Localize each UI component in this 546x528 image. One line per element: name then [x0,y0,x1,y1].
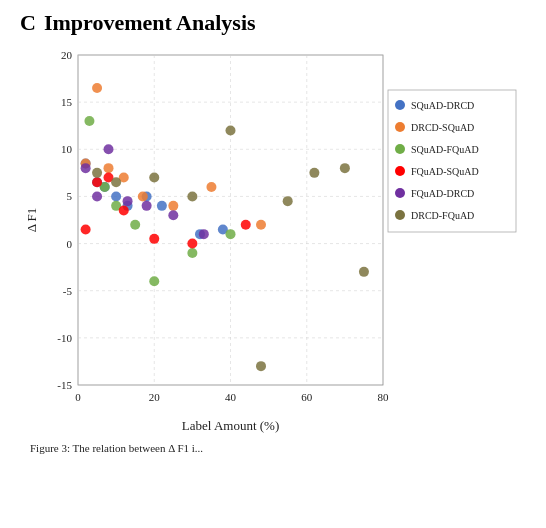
svg-point-66 [168,210,178,220]
svg-point-59 [187,239,197,249]
svg-point-69 [111,177,121,187]
svg-point-72 [226,125,236,135]
svg-point-44 [168,201,178,211]
svg-text:40: 40 [225,391,237,403]
svg-point-36 [157,201,167,211]
svg-text:-10: -10 [57,332,72,344]
svg-text:DRCD-SQuAD: DRCD-SQuAD [411,122,474,133]
svg-point-50 [130,220,140,230]
svg-point-67 [199,229,209,239]
svg-point-52 [187,248,197,258]
svg-text:0: 0 [75,391,81,403]
svg-point-58 [149,234,159,244]
svg-point-60 [241,220,251,230]
figure-caption: Figure 3: The relation between Δ F1 i... [20,442,526,454]
page: C Improvement Analysis -15-10-5051015200… [0,0,546,528]
svg-point-79 [395,100,405,110]
chart-svg: -15-10-505101520020406080Label Amount (%… [23,40,523,440]
svg-point-55 [92,177,102,187]
svg-text:DRCD-FQuAD: DRCD-FQuAD [411,210,474,221]
svg-text:Δ F1: Δ F1 [24,208,39,233]
svg-point-68 [92,168,102,178]
svg-text:60: 60 [301,391,313,403]
svg-point-65 [142,201,152,211]
svg-text:-5: -5 [63,285,73,297]
svg-point-46 [256,220,266,230]
svg-point-83 [395,144,405,154]
svg-point-81 [395,122,405,132]
svg-point-33 [111,191,121,201]
svg-text:20: 20 [61,49,73,61]
svg-point-71 [187,191,197,201]
svg-text:SQuAD-DRCD: SQuAD-DRCD [411,100,474,111]
svg-text:20: 20 [149,391,161,403]
svg-point-51 [149,276,159,286]
svg-point-62 [92,191,102,201]
svg-point-85 [395,166,405,176]
svg-point-64 [123,196,133,206]
svg-point-40 [92,83,102,93]
svg-point-70 [149,173,159,183]
svg-text:10: 10 [61,143,73,155]
svg-point-54 [81,224,91,234]
chart-container: -15-10-505101520020406080Label Amount (%… [23,40,523,440]
svg-point-89 [395,210,405,220]
svg-point-53 [226,229,236,239]
svg-point-77 [359,267,369,277]
svg-point-47 [84,116,94,126]
svg-point-63 [104,144,114,154]
title-row: C Improvement Analysis [20,10,526,36]
svg-point-61 [81,163,91,173]
svg-text:FQuAD-SQuAD: FQuAD-SQuAD [411,166,479,177]
svg-text:-15: -15 [57,379,72,391]
svg-point-76 [340,163,350,173]
section-title: Improvement Analysis [44,10,256,36]
svg-point-41 [104,163,114,173]
svg-point-73 [256,361,266,371]
svg-point-45 [206,182,216,192]
svg-text:5: 5 [67,190,73,202]
svg-point-74 [283,196,293,206]
svg-text:80: 80 [378,391,390,403]
svg-text:15: 15 [61,96,73,108]
svg-point-87 [395,188,405,198]
svg-text:0: 0 [67,238,73,250]
svg-point-43 [138,191,148,201]
svg-point-75 [309,168,319,178]
section-letter: C [20,10,36,36]
svg-text:Label Amount (%): Label Amount (%) [182,418,279,433]
svg-point-57 [119,206,129,216]
svg-text:FQuAD-DRCD: FQuAD-DRCD [411,188,474,199]
svg-text:SQuAD-FQuAD: SQuAD-FQuAD [411,144,479,155]
